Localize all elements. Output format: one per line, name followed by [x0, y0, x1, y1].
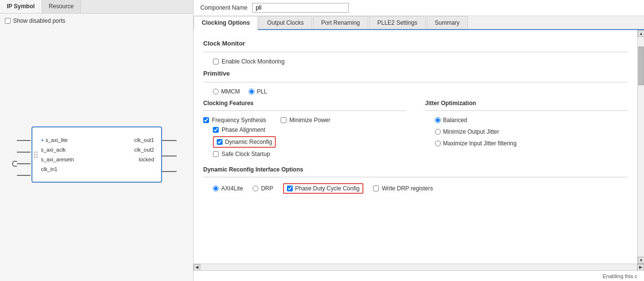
clocking-features-col: Clocking Features Frequency Synthesis [203, 100, 406, 160]
radio-mmcm: MMCM [213, 88, 240, 95]
clock-monitor-title: Clock Monitor [203, 40, 628, 47]
port-s-axi-lite: + s_axi_lite [41, 137, 68, 143]
tab-ip-symbol[interactable]: IP Symbol [0, 0, 42, 13]
radio-axi4lite-input[interactable] [213, 186, 219, 191]
phase-duty-cycle-checkbox[interactable] [287, 186, 293, 191]
primitive-radio-row: MMCM PLL [213, 88, 628, 95]
jitter-optimization-col: Jitter Optimization Balanced Minimize Ou… [425, 100, 628, 160]
safe-clock-startup-checkbox[interactable] [213, 151, 219, 157]
component-name-bar: Component Name [194, 0, 644, 16]
enable-clock-monitoring-row: Enable Clock Monitoring [213, 58, 628, 65]
radio-balanced: Balanced [435, 117, 467, 124]
symbol-area: + s_axi_lite clk_out1 s_axi_aclk clk_out… [0, 28, 193, 281]
tab-plle2-settings[interactable]: PLLE2 Settings [369, 16, 426, 29]
component-name-input[interactable] [252, 3, 349, 13]
radio-drp: DRP [253, 185, 273, 192]
radio-maximize-input-input[interactable] [435, 140, 441, 146]
dynamic-reconfig-label: Dynamic Reconfig [225, 139, 272, 145]
tab-resource[interactable]: Resource [42, 0, 81, 13]
dynamic-reconfig-interface-section: Dynamic Reconfig Interface Options AXI4L… [203, 166, 628, 194]
tab-port-renaming[interactable]: Port Renaming [313, 16, 368, 29]
horizontal-scrollbar[interactable]: ◀ ▶ [194, 264, 644, 270]
tab-summary[interactable]: Summary [427, 16, 468, 29]
write-drp-checkbox[interactable] [373, 186, 379, 191]
left-tabs: IP Symbol Resource [0, 0, 193, 14]
dynamic-reconfig-checkbox[interactable] [217, 139, 223, 145]
radio-maximize-input-label: Maximize Input Jitter filtering [443, 140, 517, 147]
radio-mmcm-input[interactable] [213, 89, 219, 94]
dynamic-reconfig-interface-title: Dynamic Reconfig Interface Options [203, 166, 628, 173]
radio-balanced-label: Balanced [443, 117, 467, 124]
scroll-up-button[interactable]: ▲ [638, 30, 644, 37]
port-s-axi-aclk: s_axi_aclk [41, 147, 66, 153]
component-name-label: Component Name [200, 4, 247, 11]
hscroll-track [200, 264, 637, 271]
dynamic-reconfig-wrap: Dynamic Reconfig [213, 136, 406, 148]
show-disabled-label: Show disabled ports [13, 17, 65, 24]
phase-duty-cycle-highlighted: Phase Duty Cycle Config [283, 183, 363, 194]
clock-monitor-section: Clock Monitor Enable Clock Monitoring [203, 40, 628, 65]
tab-output-clocks[interactable]: Output Clocks [259, 16, 312, 29]
port-clk-in1: clk_in1 [41, 166, 58, 172]
scrollbar-track [638, 37, 644, 257]
drp-options-row: AXI4Lite DRP Phase Duty Cycle Config [213, 183, 628, 194]
scroll-right-button[interactable]: ▶ [637, 264, 644, 271]
dynamic-reconfig-highlighted: Dynamic Reconfig [213, 136, 276, 148]
jitter-radio-group: Balanced Minimize Output Jitter Maximize… [435, 117, 628, 147]
phase-alignment-checkbox[interactable] [213, 127, 219, 133]
tabs-bar: Clocking Options Output Clocks Port Rena… [194, 16, 644, 30]
radio-maximize-input: Maximize Input Jitter filtering [435, 140, 517, 147]
ip-block: + s_axi_lite clk_out1 s_axi_aclk clk_out… [31, 126, 162, 183]
write-drp-label: Write DRP registers [382, 185, 433, 192]
primitive-title: Primitive [203, 70, 628, 77]
enable-clock-monitoring-label: Enable Clock Monitoring [222, 58, 285, 65]
port-clk-out1: clk_out1 [135, 137, 154, 143]
safe-clock-startup-label: Safe Clock Startup [222, 151, 270, 157]
primitive-section: Primitive MMCM PLL [203, 70, 628, 95]
content-area: Clock Monitor Enable Clock Monitoring Pr… [194, 30, 637, 264]
safe-clock-startup-row: Safe Clock Startup [213, 151, 406, 157]
freq-synthesis-checkbox[interactable] [203, 117, 209, 123]
radio-balanced-input[interactable] [435, 117, 441, 123]
phase-alignment-row: Phase Alignment [213, 126, 406, 133]
phase-duty-cycle-label: Phase Duty Cycle Config [295, 185, 359, 192]
jitter-optimization-title: Jitter Optimization [425, 100, 628, 107]
left-panel: IP Symbol Resource Show disabled ports [0, 0, 194, 281]
radio-minimize-output: Minimize Output Jitter [435, 128, 499, 135]
radio-drp-input[interactable] [253, 186, 258, 191]
scrollbar-thumb[interactable] [638, 47, 644, 85]
minimize-power-label: Minimize Power [289, 117, 330, 124]
radio-pll-label: PLL [257, 88, 267, 95]
port-locked: locked [139, 156, 154, 162]
status-text: Enabling this c [602, 273, 637, 279]
show-disabled-row: Show disabled ports [0, 14, 193, 28]
radio-drp-label: DRP [261, 185, 273, 192]
radio-axi4lite: AXI4Lite [213, 185, 243, 192]
radio-axi4lite-label: AXI4Lite [221, 185, 243, 192]
features-jitter-row: Clocking Features Frequency Synthesis [203, 100, 628, 160]
tab-clocking-options[interactable]: Clocking Options [194, 16, 258, 30]
freq-synthesis-label: Frequency Synthesis [212, 117, 266, 124]
show-disabled-checkbox[interactable] [5, 18, 11, 24]
minimize-power-checkbox[interactable] [281, 117, 286, 123]
minimize-power-row: Minimize Power [281, 117, 330, 124]
vertical-scrollbar[interactable]: ▲ ▼ [637, 30, 644, 264]
radio-pll-input[interactable] [249, 89, 255, 94]
radio-minimize-output-input[interactable] [435, 129, 441, 135]
freq-synthesis-row: Frequency Synthesis [203, 117, 266, 124]
enable-clock-monitoring-checkbox[interactable] [213, 59, 219, 64]
port-clk-out2: clk_out2 [135, 147, 154, 153]
port-s-axi-aresetn: s_axi_aresetn [41, 156, 75, 162]
radio-minimize-output-label: Minimize Output Jitter [443, 128, 499, 135]
right-panel: Component Name Clocking Options Output C… [194, 0, 644, 281]
radio-mmcm-label: MMCM [221, 88, 240, 95]
radio-pll: PLL [249, 88, 267, 95]
status-bar: Enabling this c [194, 270, 644, 281]
scroll-left-button[interactable]: ◀ [194, 264, 200, 271]
clocking-features-title: Clocking Features [203, 100, 406, 107]
phase-alignment-label: Phase Alignment [222, 126, 265, 133]
write-drp-row: Write DRP registers [373, 185, 433, 192]
scroll-down-button[interactable]: ▼ [638, 257, 644, 264]
